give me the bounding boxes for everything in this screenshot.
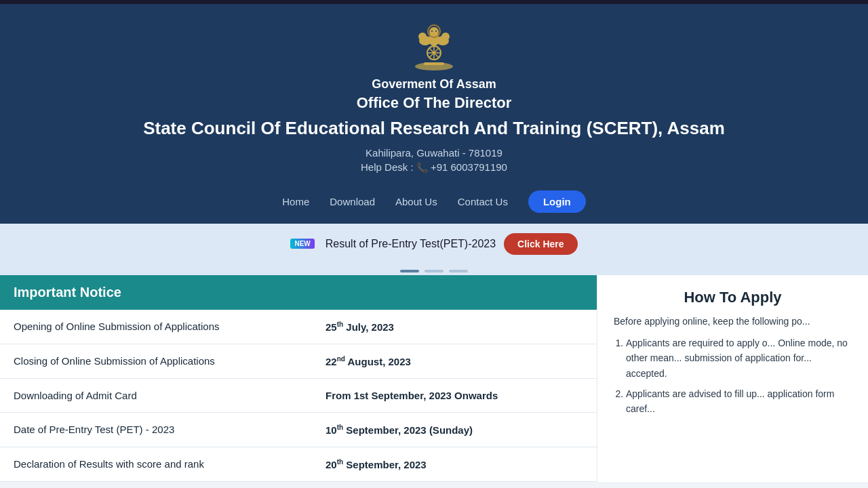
announcement-strip: NEW Result of Pre-Entry Test(PET)-2023 C… — [0, 224, 868, 264]
notice-date-4: 10th September, 2023 (Sunday) — [312, 412, 597, 447]
notice-date-1: 25th July, 2023 — [312, 310, 597, 344]
table-row: Declaration of Results with score and ra… — [0, 447, 597, 481]
svg-point-16 — [435, 30, 437, 32]
notice-label-4: Date of Pre-Entry Test (PET) - 2023 — [0, 412, 312, 447]
table-row: Downloading of Admit Card From 1st Septe… — [0, 378, 597, 412]
new-badge: NEW — [290, 239, 314, 249]
nav-download[interactable]: Download — [330, 196, 375, 207]
click-here-button[interactable]: Click Here — [504, 233, 577, 255]
phone-icon — [416, 161, 428, 173]
emblem-icon — [410, 18, 458, 72]
notice-label-1: Opening of Online Submission of Applicat… — [0, 310, 312, 344]
table-row: Opening of Online Submission of Applicat… — [0, 310, 597, 344]
notice-date-3: From 1st September, 2023 Onwards — [312, 378, 597, 412]
address: Kahilipara, Guwahati - 781019 — [14, 147, 854, 159]
notice-label-3: Downloading of Admit Card — [0, 378, 312, 412]
notice-table: Opening of Online Submission of Applicat… — [0, 310, 597, 482]
notice-label-5: Declaration of Results with score and ra… — [0, 447, 312, 481]
nav-home[interactable]: Home — [282, 196, 309, 207]
office-title: Office Of The Director — [14, 94, 854, 112]
how-to-apply-step-1: Applicants are required to apply o... On… — [626, 336, 852, 381]
header: Goverment Of Assam Office Of The Directo… — [0, 4, 868, 224]
svg-point-11 — [441, 33, 450, 41]
carousel-dots — [0, 264, 868, 275]
helpdesk-label: Help Desk : — [361, 161, 414, 173]
announcement-text: Result of Pre-Entry Test(PET)-2023 — [326, 238, 496, 250]
how-to-apply-section: How To Apply Before applying online, kee… — [597, 275, 868, 482]
notice-date-2: 22nd August, 2023 — [312, 344, 597, 378]
login-button[interactable]: Login — [528, 190, 586, 213]
helpdesk-number: +91 6003791190 — [431, 161, 507, 173]
govt-title: Goverment Of Assam — [14, 77, 854, 92]
svg-rect-1 — [424, 62, 444, 65]
dot-3[interactable] — [449, 270, 468, 272]
how-to-apply-step-2: Applicants are advised to fill up... app… — [626, 386, 852, 417]
svg-point-15 — [431, 30, 433, 32]
how-to-apply-title: How To Apply — [614, 289, 852, 306]
main-content: Important Notice Opening of Online Submi… — [0, 275, 868, 482]
how-to-apply-intro: Before applying online, keep the followi… — [614, 314, 852, 329]
main-title: State Council Of Educational Research An… — [14, 117, 854, 140]
helpdesk: Help Desk : +91 6003791190 — [14, 161, 854, 173]
svg-point-10 — [418, 33, 427, 41]
dot-2[interactable] — [425, 270, 443, 272]
dot-1[interactable] — [400, 270, 419, 272]
nav-contact[interactable]: Contact Us — [458, 196, 508, 207]
nav-about[interactable]: About Us — [395, 196, 437, 207]
notice-header: Important Notice — [0, 275, 597, 310]
navbar: Home Download About Us Contact Us Login — [14, 184, 854, 224]
table-row: Date of Pre-Entry Test (PET) - 2023 10th… — [0, 412, 597, 447]
table-row: Closing of Online Submission of Applicat… — [0, 344, 597, 378]
notice-date-5: 20th September, 2023 — [312, 447, 597, 481]
how-to-apply-list: Applicants are required to apply o... On… — [614, 336, 852, 417]
svg-point-13 — [429, 27, 439, 37]
notice-label-2: Closing of Online Submission of Applicat… — [0, 344, 312, 378]
notice-section: Important Notice Opening of Online Submi… — [0, 275, 597, 482]
